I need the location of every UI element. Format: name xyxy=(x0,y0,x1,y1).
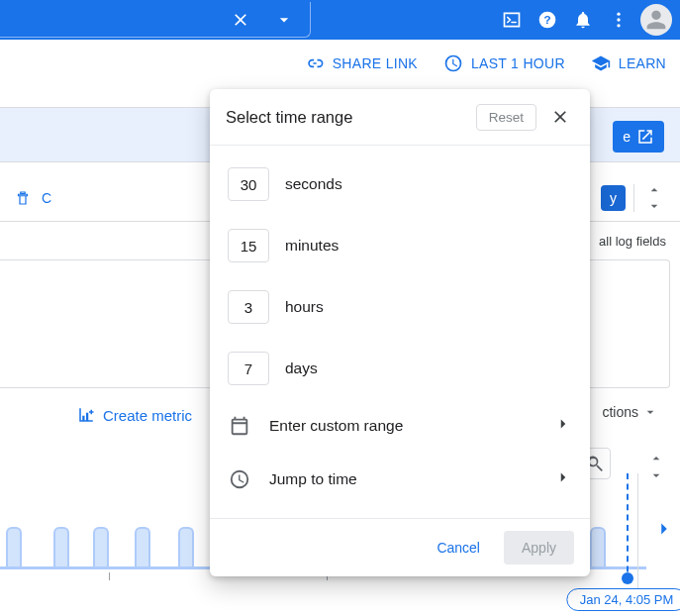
create-metric-button[interactable]: Create metric xyxy=(77,406,192,424)
now-marker xyxy=(622,572,633,584)
custom-range-label: Enter custom range xyxy=(269,417,536,435)
divider xyxy=(633,184,634,212)
time-range-popover: Select time range Reset seconds minutes … xyxy=(210,89,590,576)
avatar[interactable] xyxy=(640,4,672,36)
sort-toggle[interactable] xyxy=(642,178,666,218)
preset-row-seconds[interactable]: seconds xyxy=(210,154,590,215)
log-fields-label: all log fields xyxy=(599,234,666,249)
open-in-new-icon xyxy=(636,128,654,146)
preset-input-minutes[interactable] xyxy=(228,229,269,262)
share-link-label: SHARE LINK xyxy=(333,55,418,71)
close-icon[interactable] xyxy=(223,2,258,38)
share-link-button[interactable]: SHARE LINK xyxy=(305,53,418,73)
chevron-right-icon xyxy=(554,415,572,437)
link-icon xyxy=(305,53,325,73)
svg-text:?: ? xyxy=(543,13,550,26)
chevron-up-icon xyxy=(648,451,664,466)
now-line xyxy=(627,473,629,582)
clock-icon xyxy=(228,468,251,490)
chevron-right-icon xyxy=(653,518,675,540)
chevron-down-icon xyxy=(642,404,658,420)
reset-button[interactable]: Reset xyxy=(476,104,536,131)
chevron-down-icon[interactable] xyxy=(266,2,302,38)
preset-row-days[interactable]: days xyxy=(210,338,590,399)
notifications-icon[interactable] xyxy=(565,2,601,38)
now-chip[interactable]: Jan 24, 4:05 PM xyxy=(567,588,680,611)
learn-label: LEARN xyxy=(619,55,666,71)
histogram-bar xyxy=(590,527,606,566)
cancel-button[interactable]: Cancel xyxy=(423,532,494,564)
clear-button[interactable]: C xyxy=(14,189,51,207)
search-pill[interactable] xyxy=(0,2,311,38)
clock-icon xyxy=(443,53,463,73)
chart-add-icon xyxy=(77,406,95,424)
chevron-right-icon xyxy=(554,468,572,490)
histogram-bar xyxy=(53,527,69,566)
histogram-bar xyxy=(93,527,109,566)
popover-header: Select time range Reset xyxy=(210,89,590,146)
learn-button[interactable]: LEARN xyxy=(591,53,666,73)
timeline-next-button[interactable] xyxy=(650,515,678,543)
jump-to-time-label: Jump to time xyxy=(269,470,536,488)
cloud-shell-icon[interactable] xyxy=(494,2,530,38)
histogram-bar xyxy=(6,527,22,566)
create-metric-label: Create metric xyxy=(103,407,192,424)
svg-point-3 xyxy=(617,18,620,21)
preset-label-seconds: seconds xyxy=(285,175,342,193)
svg-point-2 xyxy=(617,13,620,16)
help-icon[interactable]: ? xyxy=(530,2,565,38)
preset-row-hours[interactable]: hours xyxy=(210,276,590,338)
close-icon xyxy=(550,107,570,127)
open-external-label: e xyxy=(623,129,631,145)
preset-row-minutes[interactable]: minutes xyxy=(210,215,590,276)
action-row: SHARE LINK LAST 1 HOUR LEARN xyxy=(0,40,680,87)
time-range-button[interactable]: LAST 1 HOUR xyxy=(443,53,565,73)
popover-footer: Cancel Apply xyxy=(210,518,590,576)
custom-range-row[interactable]: Enter custom range xyxy=(210,399,590,453)
time-range-label: LAST 1 HOUR xyxy=(471,55,565,71)
actions-label: ctions xyxy=(602,404,638,420)
histogram-bar xyxy=(135,527,150,566)
preset-label-days: days xyxy=(285,359,318,377)
preset-input-seconds[interactable] xyxy=(228,167,269,201)
preset-list: seconds minutes hours days Enter custom … xyxy=(210,146,590,518)
calendar-icon xyxy=(228,415,251,437)
svg-point-4 xyxy=(617,24,620,27)
actions-dropdown[interactable]: ctions xyxy=(602,404,658,420)
topbar: ? xyxy=(0,0,680,40)
preset-label-hours: hours xyxy=(285,298,324,316)
close-button[interactable] xyxy=(546,103,574,131)
chevron-down-icon xyxy=(648,467,664,483)
histogram-tick xyxy=(109,572,110,580)
clear-label: C xyxy=(42,190,51,206)
school-icon xyxy=(591,53,611,73)
preset-input-days[interactable] xyxy=(228,352,269,385)
histogram-bar xyxy=(178,527,194,566)
open-external-chip[interactable]: e xyxy=(613,121,664,153)
popover-title: Select time range xyxy=(226,108,352,127)
trash-icon xyxy=(14,189,32,207)
apply-button[interactable]: Apply xyxy=(504,531,574,565)
zoom-stepper[interactable] xyxy=(648,450,664,484)
histogram-divider xyxy=(637,473,638,590)
jump-to-time-row[interactable]: Jump to time xyxy=(210,453,590,506)
preset-label-minutes: minutes xyxy=(285,237,339,255)
severity-badge[interactable]: y xyxy=(601,185,626,211)
preset-input-hours[interactable] xyxy=(228,290,269,324)
more-vert-icon[interactable] xyxy=(601,2,636,38)
